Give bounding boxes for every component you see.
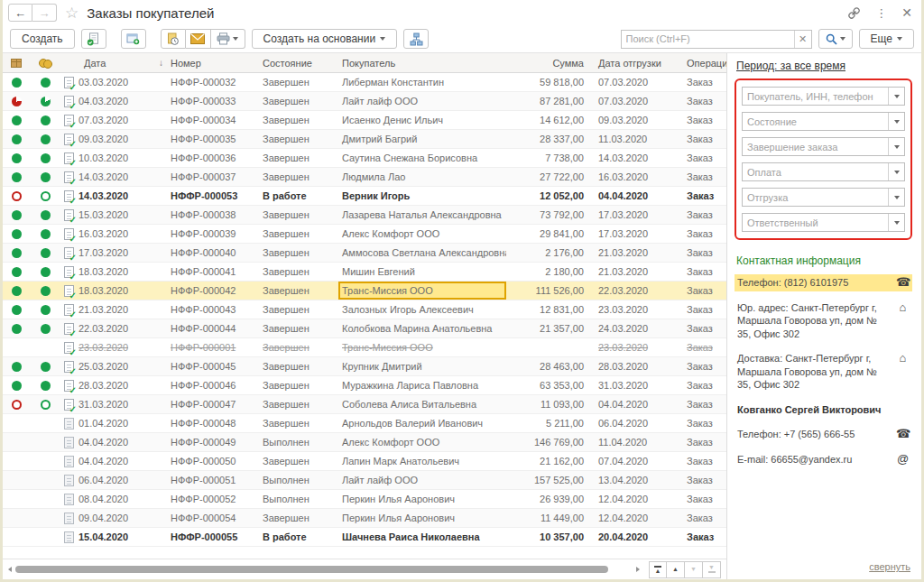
clear-search-icon[interactable]: ✕ <box>794 31 811 48</box>
contact-item[interactable]: Телефон: +7 (565) 666-55☎ <box>735 426 912 443</box>
shipment-column-header[interactable] <box>3 53 30 72</box>
table-row[interactable]: 18.03.2020НФФР-000041ЗавершенМишин Евген… <box>3 263 726 282</box>
go-to-bottom-button[interactable]: ▼ <box>703 561 721 578</box>
table-row[interactable]: 16.03.2020НФФР-000039ЗавершенАлекс Комфо… <box>3 225 726 244</box>
table-row[interactable]: 18.03.2020НФФР-000042ЗавершенТранс-Мисси… <box>3 282 726 300</box>
dropdown-button[interactable] <box>888 163 904 180</box>
document-icon <box>64 399 74 411</box>
table-row[interactable]: 08.04.2020НФФР-000052ВыполненПеркин Илья… <box>3 490 726 509</box>
table-row[interactable]: 15.03.2020НФФР-000038ЗавершенЛазарева На… <box>3 206 726 225</box>
period-link[interactable]: Период: за все время <box>736 60 845 72</box>
payment-column-header[interactable] <box>30 53 60 72</box>
go-to-top-button[interactable]: ▲ <box>649 561 667 578</box>
ship-date-cell: 07.03.2020 <box>593 92 687 110</box>
document-icon <box>64 456 74 467</box>
linked-documents-button[interactable] <box>403 29 429 49</box>
ship-date-cell: 04.04.2020 <box>593 187 687 205</box>
forward-button[interactable]: → <box>32 4 57 22</box>
back-button[interactable]: ← <box>8 4 32 22</box>
scrollbar-thumb[interactable] <box>15 566 608 573</box>
table-row[interactable]: 10.03.2020НФФР-000036ЗавершенСаутина Сне… <box>3 149 726 168</box>
date-column-header[interactable]: Дата↓ <box>60 53 171 72</box>
home-icon[interactable]: ⌂ <box>896 352 910 365</box>
create-copy-button[interactable] <box>81 29 106 49</box>
ship-date-column-header[interactable]: Дата отгрузки <box>593 53 687 72</box>
filter-combobox[interactable]: Отгрузка <box>742 188 905 207</box>
operation-cell: Заказ <box>687 149 726 167</box>
table-row[interactable]: 21.03.2020НФФР-000043ЗавершенЗалозных Иг… <box>3 300 726 319</box>
payment-status-cell <box>30 149 60 167</box>
table-row[interactable]: 31.03.2020НФФР-000047ЗавершенСоболева Ал… <box>3 395 726 414</box>
scroll-right-icon[interactable] <box>636 567 640 572</box>
dropdown-button[interactable] <box>888 189 904 206</box>
add-to-list-button[interactable] <box>121 29 146 49</box>
create-based-on-button[interactable]: Создать на основании <box>252 29 398 49</box>
contact-item[interactable]: Юр. адрес: Санкт-Петербург г, Маршала Го… <box>735 300 912 343</box>
dropdown-button[interactable] <box>888 138 904 155</box>
table-row[interactable]: 04.04.2020НФФР-000049ВыполненАлекс Комфо… <box>3 433 726 452</box>
sum-cell: 21 162,00 <box>506 452 593 470</box>
table-row[interactable]: 28.03.2020НФФР-000046ЗавершенМуражкина Л… <box>3 376 726 395</box>
contact-text: Доставка: Санкт-Петербург г, Маршала Гов… <box>737 352 889 392</box>
table-row[interactable]: 04.03.2020НФФР-000033ЗавершенЛайт лайф О… <box>3 92 726 111</box>
contact-item[interactable]: Ковганко Сергей Викторович <box>735 402 912 419</box>
contact-item[interactable]: Телефон: (812) 6101975☎ <box>735 274 912 291</box>
table-row[interactable]: 09.03.2020НФФР-000035ЗавершенДмитрий Баг… <box>3 130 726 149</box>
filter-combobox[interactable]: Ответственный <box>742 213 905 232</box>
shipment-status-icon <box>12 229 22 239</box>
get-link-icon[interactable] <box>847 6 861 20</box>
print-button[interactable] <box>211 29 245 49</box>
document-history-button[interactable] <box>161 29 186 49</box>
filter-combobox[interactable]: Завершение заказа <box>742 137 905 156</box>
at-icon[interactable]: @ <box>896 453 910 466</box>
close-icon[interactable]: ✕ <box>901 5 912 20</box>
table-row[interactable]: 06.04.2020НФФР-000051ВыполненЛайт лайф О… <box>3 471 726 490</box>
date-cell: 09.03.2020 <box>60 130 171 148</box>
dropdown-button[interactable] <box>888 88 904 105</box>
favorite-star-icon[interactable]: ☆ <box>65 5 79 21</box>
kebab-menu-icon[interactable]: ⋮ <box>875 6 887 20</box>
contact-item[interactable]: E-mail: 66655@yandex.ru@ <box>735 451 912 468</box>
number-column-header[interactable]: Номер <box>171 53 263 72</box>
table-row[interactable]: 01.04.2020НФФР-000048ЗавершенАрнольдов В… <box>3 414 726 433</box>
table-row[interactable]: 25.03.2020НФФР-000045ЗавершенКрупник Дми… <box>3 357 726 376</box>
state-column-header[interactable]: Состояние <box>263 53 338 72</box>
shipment-status-icon <box>12 286 22 296</box>
document-history-icon <box>166 32 180 46</box>
table-row[interactable]: 17.03.2020НФФР-000040ЗавершенАммосова Св… <box>3 244 726 263</box>
filter-combobox[interactable]: Покупатель, ИНН, телефон <box>742 87 905 106</box>
home-icon[interactable]: ⌂ <box>896 301 910 314</box>
go-down-button[interactable]: ▼ <box>685 561 703 578</box>
search-input[interactable] <box>622 31 794 48</box>
collapse-link[interactable]: свернуть <box>869 561 910 572</box>
operation-column-header[interactable]: Операция <box>687 53 726 72</box>
table-row[interactable]: 07.03.2020НФФР-000034ЗавершенИсаенко Ден… <box>3 111 726 130</box>
table-row[interactable]: 03.03.2020НФФР-000032ЗавершенЛиберман Ко… <box>3 73 726 92</box>
page-title: Заказы покупателей <box>87 5 214 21</box>
sum-cell: 14 612,00 <box>506 111 593 129</box>
send-email-button[interactable] <box>186 29 211 49</box>
create-button[interactable]: Создать <box>10 29 75 49</box>
customer-column-header[interactable]: Покупатель <box>338 53 506 72</box>
table-row[interactable]: 15.04.2020НФФР-000055В работеШачнева Раи… <box>3 528 726 547</box>
search-settings-button[interactable] <box>818 29 853 49</box>
dropdown-button[interactable] <box>888 113 904 130</box>
dropdown-button[interactable] <box>888 214 904 231</box>
phone-icon[interactable]: ☎ <box>896 276 910 289</box>
table-row[interactable]: 09.04.2020НФФР-000054ЗавершенПеркин Илья… <box>3 509 726 528</box>
scroll-left-icon[interactable] <box>8 567 12 572</box>
more-button[interactable]: Еще <box>859 29 914 49</box>
table-row[interactable]: 22.03.2020НФФР-000044ЗавершенКолобкова М… <box>3 319 726 338</box>
filter-combobox[interactable]: Оплата <box>742 162 905 181</box>
go-up-button[interactable]: ▲ <box>667 561 685 578</box>
sum-column-header[interactable]: Сумма <box>506 53 593 72</box>
table-row[interactable]: 23.03.2020НФФР-000001ЗавершенТранс-Мисси… <box>3 338 726 357</box>
scrollbar-track[interactable] <box>15 566 633 574</box>
customer-cell: Дмитрий Багрий <box>338 130 506 148</box>
contact-item[interactable]: Доставка: Санкт-Петербург г, Маршала Гов… <box>735 350 912 393</box>
filter-combobox[interactable]: Состояние <box>742 112 905 131</box>
phone-icon[interactable]: ☎ <box>896 428 910 440</box>
table-row[interactable]: 14.03.2020НФФР-000037ЗавершенЛюдмила Лао… <box>3 168 726 187</box>
table-row[interactable]: 14.03.2020НФФР-000053В работеВерник Игор… <box>3 187 726 206</box>
table-row[interactable]: 04.04.2020НФФР-000050ЗавершенЛапин Марк … <box>3 452 726 471</box>
